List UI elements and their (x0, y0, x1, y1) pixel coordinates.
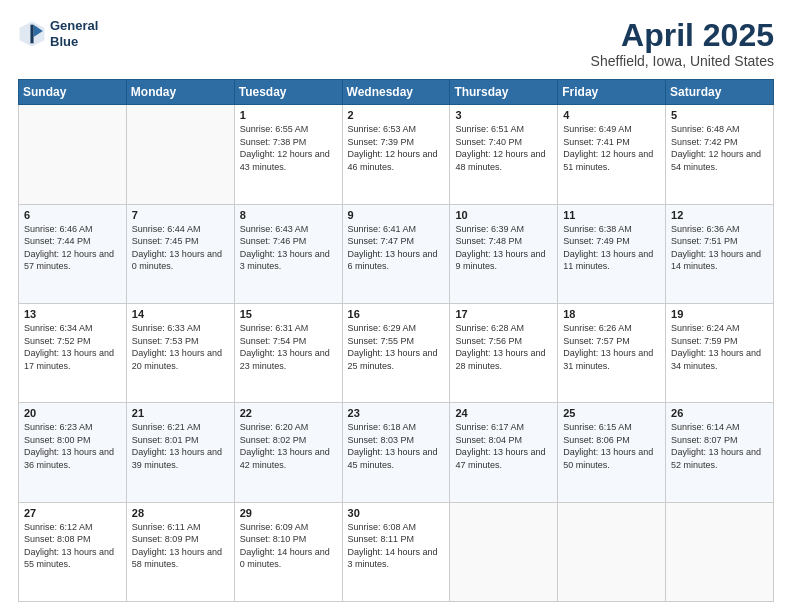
day-info: Sunrise: 6:21 AMSunset: 8:01 PMDaylight:… (132, 421, 229, 471)
day-info: Sunrise: 6:46 AMSunset: 7:44 PMDaylight:… (24, 223, 121, 273)
day-number: 24 (455, 407, 552, 419)
day-info: Sunrise: 6:12 AMSunset: 8:08 PMDaylight:… (24, 521, 121, 571)
calendar-day-cell: 29Sunrise: 6:09 AMSunset: 8:10 PMDayligh… (234, 502, 342, 601)
day-number: 20 (24, 407, 121, 419)
calendar-week-row: 27Sunrise: 6:12 AMSunset: 8:08 PMDayligh… (19, 502, 774, 601)
calendar-week-row: 13Sunrise: 6:34 AMSunset: 7:52 PMDayligh… (19, 303, 774, 402)
day-number: 18 (563, 308, 660, 320)
page: General Blue April 2025 Sheffield, Iowa,… (0, 0, 792, 612)
day-info: Sunrise: 6:29 AMSunset: 7:55 PMDaylight:… (348, 322, 445, 372)
day-info: Sunrise: 6:33 AMSunset: 7:53 PMDaylight:… (132, 322, 229, 372)
calendar-day-cell: 11Sunrise: 6:38 AMSunset: 7:49 PMDayligh… (558, 204, 666, 303)
calendar-day-cell: 21Sunrise: 6:21 AMSunset: 8:01 PMDayligh… (126, 403, 234, 502)
day-number: 12 (671, 209, 768, 221)
calendar-day-cell: 28Sunrise: 6:11 AMSunset: 8:09 PMDayligh… (126, 502, 234, 601)
calendar-day-cell (666, 502, 774, 601)
calendar-day-cell: 3Sunrise: 6:51 AMSunset: 7:40 PMDaylight… (450, 105, 558, 204)
day-number: 13 (24, 308, 121, 320)
day-info: Sunrise: 6:14 AMSunset: 8:07 PMDaylight:… (671, 421, 768, 471)
subtitle: Sheffield, Iowa, United States (591, 53, 774, 69)
day-info: Sunrise: 6:48 AMSunset: 7:42 PMDaylight:… (671, 123, 768, 173)
day-info: Sunrise: 6:23 AMSunset: 8:00 PMDaylight:… (24, 421, 121, 471)
day-info: Sunrise: 6:26 AMSunset: 7:57 PMDaylight:… (563, 322, 660, 372)
day-number: 29 (240, 507, 337, 519)
main-title: April 2025 (591, 18, 774, 53)
day-info: Sunrise: 6:53 AMSunset: 7:39 PMDaylight:… (348, 123, 445, 173)
calendar-day-cell: 16Sunrise: 6:29 AMSunset: 7:55 PMDayligh… (342, 303, 450, 402)
day-number: 17 (455, 308, 552, 320)
day-number: 19 (671, 308, 768, 320)
day-info: Sunrise: 6:49 AMSunset: 7:41 PMDaylight:… (563, 123, 660, 173)
day-number: 1 (240, 109, 337, 121)
day-number: 4 (563, 109, 660, 121)
day-info: Sunrise: 6:34 AMSunset: 7:52 PMDaylight:… (24, 322, 121, 372)
day-number: 23 (348, 407, 445, 419)
day-info: Sunrise: 6:44 AMSunset: 7:45 PMDaylight:… (132, 223, 229, 273)
calendar-week-row: 1Sunrise: 6:55 AMSunset: 7:38 PMDaylight… (19, 105, 774, 204)
day-number: 3 (455, 109, 552, 121)
day-info: Sunrise: 6:38 AMSunset: 7:49 PMDaylight:… (563, 223, 660, 273)
calendar-day-cell: 5Sunrise: 6:48 AMSunset: 7:42 PMDaylight… (666, 105, 774, 204)
day-number: 11 (563, 209, 660, 221)
calendar-day-header: Monday (126, 80, 234, 105)
day-number: 8 (240, 209, 337, 221)
day-info: Sunrise: 6:08 AMSunset: 8:11 PMDaylight:… (348, 521, 445, 571)
calendar-day-header: Sunday (19, 80, 127, 105)
calendar-day-header: Wednesday (342, 80, 450, 105)
day-number: 7 (132, 209, 229, 221)
day-info: Sunrise: 6:20 AMSunset: 8:02 PMDaylight:… (240, 421, 337, 471)
title-block: April 2025 Sheffield, Iowa, United State… (591, 18, 774, 69)
day-info: Sunrise: 6:55 AMSunset: 7:38 PMDaylight:… (240, 123, 337, 173)
calendar-day-cell (558, 502, 666, 601)
day-number: 22 (240, 407, 337, 419)
calendar-day-cell: 24Sunrise: 6:17 AMSunset: 8:04 PMDayligh… (450, 403, 558, 502)
calendar-day-cell: 6Sunrise: 6:46 AMSunset: 7:44 PMDaylight… (19, 204, 127, 303)
day-number: 16 (348, 308, 445, 320)
calendar-day-cell: 1Sunrise: 6:55 AMSunset: 7:38 PMDaylight… (234, 105, 342, 204)
day-number: 6 (24, 209, 121, 221)
day-number: 25 (563, 407, 660, 419)
calendar-day-header: Saturday (666, 80, 774, 105)
calendar-day-cell: 23Sunrise: 6:18 AMSunset: 8:03 PMDayligh… (342, 403, 450, 502)
calendar-day-cell: 7Sunrise: 6:44 AMSunset: 7:45 PMDaylight… (126, 204, 234, 303)
calendar-header-row: SundayMondayTuesdayWednesdayThursdayFrid… (19, 80, 774, 105)
calendar-day-cell: 13Sunrise: 6:34 AMSunset: 7:52 PMDayligh… (19, 303, 127, 402)
calendar-day-cell (19, 105, 127, 204)
calendar-day-cell: 10Sunrise: 6:39 AMSunset: 7:48 PMDayligh… (450, 204, 558, 303)
day-info: Sunrise: 6:11 AMSunset: 8:09 PMDaylight:… (132, 521, 229, 571)
day-number: 2 (348, 109, 445, 121)
day-number: 26 (671, 407, 768, 419)
logo-text: General Blue (50, 18, 98, 49)
calendar-day-cell: 18Sunrise: 6:26 AMSunset: 7:57 PMDayligh… (558, 303, 666, 402)
calendar-day-cell: 17Sunrise: 6:28 AMSunset: 7:56 PMDayligh… (450, 303, 558, 402)
day-info: Sunrise: 6:43 AMSunset: 7:46 PMDaylight:… (240, 223, 337, 273)
day-info: Sunrise: 6:41 AMSunset: 7:47 PMDaylight:… (348, 223, 445, 273)
day-info: Sunrise: 6:09 AMSunset: 8:10 PMDaylight:… (240, 521, 337, 571)
calendar-day-cell: 27Sunrise: 6:12 AMSunset: 8:08 PMDayligh… (19, 502, 127, 601)
calendar-day-header: Thursday (450, 80, 558, 105)
day-number: 10 (455, 209, 552, 221)
calendar-day-cell: 25Sunrise: 6:15 AMSunset: 8:06 PMDayligh… (558, 403, 666, 502)
day-info: Sunrise: 6:39 AMSunset: 7:48 PMDaylight:… (455, 223, 552, 273)
logo: General Blue (18, 18, 98, 49)
day-number: 28 (132, 507, 229, 519)
logo-icon (18, 20, 46, 48)
day-number: 5 (671, 109, 768, 121)
day-info: Sunrise: 6:18 AMSunset: 8:03 PMDaylight:… (348, 421, 445, 471)
day-info: Sunrise: 6:28 AMSunset: 7:56 PMDaylight:… (455, 322, 552, 372)
calendar-body: 1Sunrise: 6:55 AMSunset: 7:38 PMDaylight… (19, 105, 774, 602)
calendar-day-cell: 22Sunrise: 6:20 AMSunset: 8:02 PMDayligh… (234, 403, 342, 502)
day-info: Sunrise: 6:17 AMSunset: 8:04 PMDaylight:… (455, 421, 552, 471)
calendar-day-cell: 2Sunrise: 6:53 AMSunset: 7:39 PMDaylight… (342, 105, 450, 204)
day-info: Sunrise: 6:31 AMSunset: 7:54 PMDaylight:… (240, 322, 337, 372)
calendar-day-cell: 20Sunrise: 6:23 AMSunset: 8:00 PMDayligh… (19, 403, 127, 502)
calendar-day-cell: 26Sunrise: 6:14 AMSunset: 8:07 PMDayligh… (666, 403, 774, 502)
calendar-day-cell: 15Sunrise: 6:31 AMSunset: 7:54 PMDayligh… (234, 303, 342, 402)
calendar-day-cell (450, 502, 558, 601)
svg-rect-3 (30, 24, 33, 43)
day-number: 15 (240, 308, 337, 320)
day-info: Sunrise: 6:15 AMSunset: 8:06 PMDaylight:… (563, 421, 660, 471)
calendar-day-cell: 12Sunrise: 6:36 AMSunset: 7:51 PMDayligh… (666, 204, 774, 303)
day-number: 30 (348, 507, 445, 519)
calendar-week-row: 6Sunrise: 6:46 AMSunset: 7:44 PMDaylight… (19, 204, 774, 303)
